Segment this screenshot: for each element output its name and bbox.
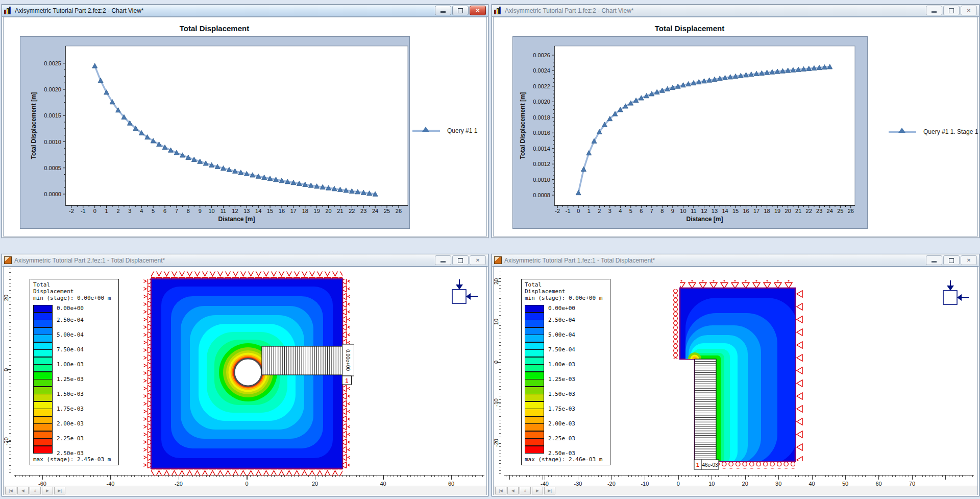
contour-plot-part1[interactable]: 1 46e-03	[666, 275, 844, 479]
legend-color-cell	[525, 446, 544, 454]
restore-icon	[458, 258, 463, 263]
nav-first-button[interactable]: |◀	[5, 487, 16, 494]
close-button[interactable]: ✕	[470, 255, 486, 265]
titlebar[interactable]: Axisymmetric Tutorial Part 2.fez:2 - Cha…	[2, 5, 488, 17]
legend-interval-label: 2.00e-03	[57, 420, 84, 427]
window-chart-part1: Axisymmetric Tutorial Part 1.fez:2 - Cha…	[492, 4, 979, 238]
x-tick-label: 3	[608, 208, 611, 214]
ruler-label: 20	[3, 290, 9, 305]
restore-icon	[949, 258, 954, 263]
legend-interval-label: 2.50e-04	[57, 317, 84, 323]
legend-interval-label: 0.00e+00	[57, 305, 84, 312]
nav-prev-button[interactable]: ◀	[17, 487, 29, 494]
chart-title: Total Displacement	[512, 24, 867, 33]
legend-line-sample	[412, 130, 440, 132]
contour-legend: Total Displacement min (stage): 0.00e+00…	[30, 279, 119, 465]
minimize-button[interactable]	[926, 255, 942, 265]
x-tick-label: 19	[774, 208, 780, 214]
legend-interval-label: 1.25e-03	[548, 376, 575, 383]
ruler-label: -10	[493, 395, 499, 410]
query-number: 1	[696, 462, 699, 468]
legend-color-cell	[525, 320, 544, 327]
legend-line-sample	[889, 131, 916, 133]
close-button[interactable]: ✕	[961, 6, 977, 15]
titlebar[interactable]: Axisymmetric Tutorial Part 1.fez:1 - Tot…	[492, 254, 979, 267]
legend-color-cell	[33, 379, 53, 387]
legend-title: Displacement	[525, 288, 565, 295]
contour-plot-part2[interactable]: 0.00e+00 1	[140, 270, 364, 479]
x-tick-label: 12	[701, 208, 707, 214]
x-tick-label: 8	[660, 208, 664, 214]
y-tick-label: 0.0014	[533, 146, 550, 152]
model-statusbar: |◀ ◀ # ▶ ▶| 1. Stage 1	[494, 486, 977, 495]
chart-plot-area[interactable]: -2-1012345678910111213141516171819202122…	[513, 37, 867, 228]
x-tick-label: 1	[587, 208, 591, 214]
window-model-part1: Axisymmetric Tutorial Part 1.fez:1 - Tot…	[492, 254, 979, 496]
x-tick-label: 17	[753, 208, 760, 214]
nav-next-button[interactable]: ▶	[42, 487, 53, 494]
titlebar[interactable]: Axisymmetric Tutorial Part 1.fez:2 - Cha…	[492, 5, 979, 17]
minimize-button[interactable]	[435, 255, 451, 265]
restore-button[interactable]	[452, 255, 469, 265]
minimize-button[interactable]	[926, 6, 942, 15]
vertical-ruler: 20100-10-20	[493, 269, 501, 474]
x-axis-label: Distance [m]	[218, 216, 255, 223]
x-tick-label: 11	[220, 208, 226, 214]
titlebar[interactable]: Axisymmetric Tutorial Part 2.fez:1 - Tot…	[2, 254, 488, 267]
minimize-button[interactable]	[435, 6, 451, 15]
nav-next-button[interactable]: ▶	[532, 487, 543, 494]
legend-interval-label: 2.25e-03	[548, 435, 575, 442]
legend-color-cell	[33, 387, 53, 394]
y-tick-label: 0.0016	[533, 130, 550, 136]
legend-interval-label: 1.00e-03	[57, 361, 84, 368]
window-title: Axisymmetric Tutorial Part 1.fez:2 - Cha…	[505, 7, 925, 14]
chart-plot-area[interactable]: -2-1012345678910111213141516171819202122…	[20, 37, 409, 228]
y-axis-label: Total Displacement [m]	[30, 92, 37, 159]
x-tick-label: -1	[81, 208, 86, 214]
restore-button[interactable]	[943, 6, 960, 15]
window-title: Axisymmetric Tutorial Part 2.fez:2 - Cha…	[15, 7, 434, 14]
x-tick-label: 21	[795, 208, 801, 214]
x-tick-label: 16	[743, 208, 749, 214]
restore-button[interactable]	[943, 255, 960, 265]
legend-color-cell	[525, 335, 544, 342]
legend-color-cell	[525, 313, 544, 320]
y-tick-label: 0.0020	[533, 99, 550, 105]
window-model-part2: Axisymmetric Tutorial Part 2.fez:1 - Tot…	[2, 254, 488, 496]
nav-number-button[interactable]: #	[30, 487, 41, 494]
query-line[interactable]: 1 46e-03	[694, 359, 719, 469]
nav-first-button[interactable]: |◀	[495, 487, 506, 494]
legend-interval-label: 2.00e-03	[548, 420, 575, 427]
restore-button[interactable]	[452, 6, 469, 15]
x-tick-label: 0	[577, 208, 580, 214]
model-statusbar: |◀ ◀ # ▶ ▶| 1	[4, 486, 486, 495]
contour-legend: Total Displacement min (stage): 0.00e+00…	[521, 279, 610, 465]
x-tick-label: 4	[140, 208, 143, 214]
close-button[interactable]: ✕	[470, 6, 486, 15]
legend-color-cell	[33, 313, 53, 320]
y-tick-label: 0.0012	[533, 161, 550, 167]
x-axis-label: Distance [m]	[686, 216, 723, 223]
y-axis-label: Total Displacement [m]	[519, 92, 526, 159]
close-button[interactable]: ✕	[961, 255, 977, 265]
legend-color-cell	[33, 438, 53, 446]
legend-color-cell	[33, 327, 53, 335]
nav-last-button[interactable]: ▶|	[54, 487, 65, 494]
nav-last-button[interactable]: ▶|	[544, 487, 555, 494]
x-tick-label: 26	[396, 208, 402, 214]
chart-view-icon	[494, 7, 502, 14]
chart-panel: -2-1012345678910111213141516171819202122…	[512, 36, 868, 229]
legend-interval-label: 1.25e-03	[57, 376, 84, 383]
x-tick-label: 5	[152, 208, 155, 214]
nav-prev-button[interactable]: ◀	[507, 487, 519, 494]
legend-color-cell	[33, 320, 53, 327]
window-title: Axisymmetric Tutorial Part 2.fez:1 - Tot…	[14, 257, 434, 264]
x-tick-label: 23	[360, 208, 366, 214]
x-tick-label: 6	[163, 208, 166, 214]
nav-number-button[interactable]: #	[520, 487, 531, 494]
legend-color-cell	[525, 438, 544, 446]
legend-interval-label: 1.50e-03	[548, 391, 575, 397]
legend-max-value: max (stage): 2.46e-03 m	[525, 456, 602, 463]
chart-legend: Query #1 1	[412, 127, 477, 134]
x-tick-label: 12	[232, 208, 238, 214]
